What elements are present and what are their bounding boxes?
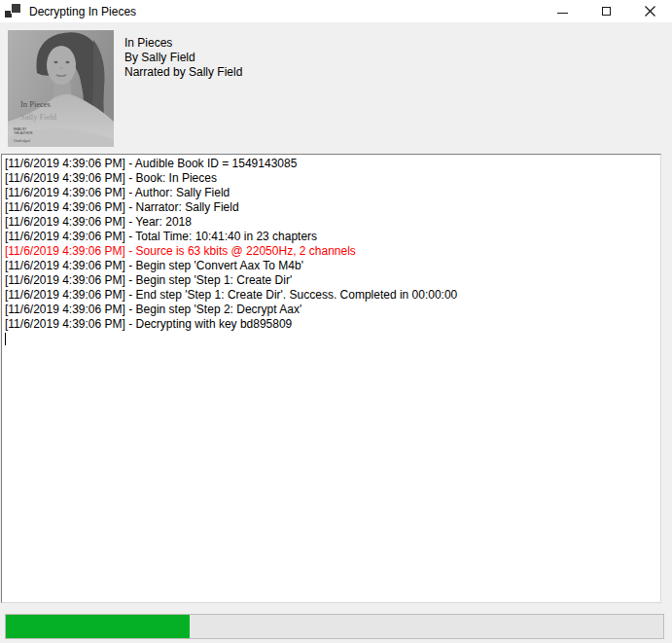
book-info: In Pieces By Sally Field Narrated by Sal… xyxy=(124,36,242,80)
log-line: [11/6/2019 4:39:06 PM] - Begin step 'Ste… xyxy=(5,303,656,317)
log-line: [11/6/2019 4:39:06 PM] - Year: 2018 xyxy=(5,215,656,230)
window-controls xyxy=(541,0,672,22)
text-caret xyxy=(5,333,6,345)
log-textbox[interactable]: [11/6/2019 4:39:06 PM] - Audible Book ID… xyxy=(1,154,661,603)
log-line: [11/6/2019 4:39:06 PM] - Total Time: 10:… xyxy=(5,230,656,244)
book-cover-image: In Pieces Sally Field READ BY THE AUTHOR… xyxy=(8,30,114,147)
app-window: Decrypting In Pieces xyxy=(0,0,672,643)
book-narrator: Narrated by Sally Field xyxy=(124,65,242,80)
log-line: [11/6/2019 4:39:06 PM] - Book: In Pieces xyxy=(5,171,656,186)
close-button[interactable] xyxy=(628,0,672,22)
minimize-button[interactable] xyxy=(541,0,584,22)
caret-line xyxy=(5,332,656,346)
titlebar[interactable]: Decrypting In Pieces xyxy=(0,0,672,22)
log-line: [11/6/2019 4:39:06 PM] - End step 'Step … xyxy=(5,288,656,303)
close-icon xyxy=(645,6,655,17)
book-author: By Sally Field xyxy=(124,51,242,65)
progress-fill xyxy=(6,615,190,638)
book-title: In Pieces xyxy=(124,36,242,51)
window-title: Decrypting In Pieces xyxy=(29,5,136,18)
log-lines: [11/6/2019 4:39:06 PM] - Audible Book ID… xyxy=(5,157,656,332)
progress-bar xyxy=(5,614,664,639)
log-line: [11/6/2019 4:39:06 PM] - Audible Book ID… xyxy=(5,157,656,171)
log-line-error: [11/6/2019 4:39:06 PM] - Source is 63 kb… xyxy=(5,244,656,259)
log-line: [11/6/2019 4:39:06 PM] - Begin step 'Con… xyxy=(5,259,656,273)
log-line: [11/6/2019 4:39:06 PM] - Begin step 'Ste… xyxy=(5,273,656,288)
app-window-icon xyxy=(5,4,20,18)
cover-title-text: In Pieces xyxy=(20,99,51,109)
minimize-icon xyxy=(557,13,568,14)
log-line: [11/6/2019 4:39:06 PM] - Narrator: Sally… xyxy=(5,200,656,215)
cover-author-text: Sally Field xyxy=(20,112,57,122)
log-line: [11/6/2019 4:39:06 PM] - Decrypting with… xyxy=(5,317,656,332)
maximize-icon xyxy=(602,7,611,16)
maximize-button[interactable] xyxy=(584,0,628,22)
log-line: [11/6/2019 4:39:06 PM] - Author: Sally F… xyxy=(5,186,656,200)
cover-edition-text: Unabridged xyxy=(14,139,30,143)
cover-readby-text-2: THE AUTHOR xyxy=(14,131,33,135)
